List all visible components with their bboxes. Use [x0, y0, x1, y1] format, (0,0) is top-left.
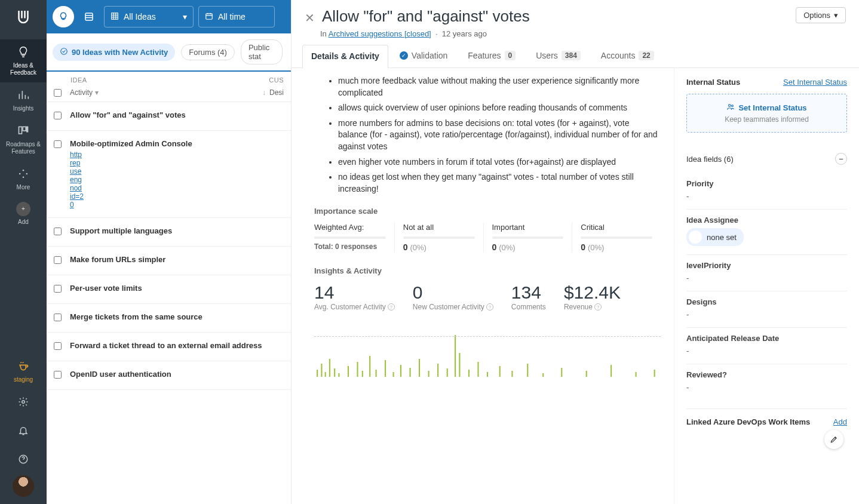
select-all-checkbox[interactable]	[54, 89, 62, 97]
options-button[interactable]: Options ▾	[796, 7, 846, 23]
view-selector[interactable]: All Ideas ▾	[104, 6, 194, 27]
sort-label[interactable]: Activity	[70, 88, 93, 97]
time-label: All time	[218, 12, 246, 21]
bullet-item: even higher vote numbers in forum if tot…	[338, 156, 661, 168]
tab-users[interactable]: Users384	[527, 44, 590, 67]
bullet-item: more numbers for admins to base decision…	[338, 118, 661, 153]
assignee-chip[interactable]: none set	[686, 228, 744, 246]
check-circle-icon	[60, 47, 68, 57]
field-block: Priority-	[686, 173, 847, 209]
help-icon	[16, 451, 31, 467]
help-icon[interactable]: ?	[594, 303, 602, 311]
idea-row[interactable]: Forward a ticket thread to an external e…	[47, 333, 291, 361]
view-lightbulb-button[interactable]	[53, 6, 74, 27]
grid-icon	[111, 12, 119, 22]
importance-cell: Important 0 (0%)	[483, 223, 572, 252]
field-block: levelPriority-	[686, 254, 847, 291]
chevron-down-icon: ▾	[183, 12, 187, 21]
collapse-icon[interactable]: −	[835, 153, 847, 165]
detail-sidebar: Internal Status Set Internal Status Set …	[674, 68, 859, 504]
field-label: Idea Assignee	[686, 216, 847, 225]
linked-items-header: Linked Azure DevOps Work Items	[686, 417, 810, 426]
close-icon[interactable]: ✕	[305, 11, 315, 25]
nav-ideas-feedback[interactable]: Ideas & Feedback	[0, 39, 47, 82]
nav-insights[interactable]: Insights	[0, 82, 47, 118]
field-block: Reviewed?-	[686, 364, 847, 400]
idea-checkbox[interactable]	[54, 314, 62, 321]
edit-fields-button[interactable]	[824, 430, 843, 449]
detail-header: ✕ Allow "for" and "against" votes Option…	[292, 0, 859, 29]
nav-label: Add	[18, 219, 29, 226]
field-block: Designs-	[686, 291, 847, 327]
importance-cell: Critical 0 (0%)	[572, 223, 661, 252]
svg-rect-9	[85, 13, 93, 20]
idea-checkbox[interactable]	[54, 140, 62, 148]
field-label: Priority	[686, 179, 847, 188]
set-status-box[interactable]: Set Internal Status Keep teammates infor…	[686, 94, 847, 133]
insights-row: 14Avg. Customer Activity? 0New Customer …	[314, 282, 661, 311]
idea-checkbox[interactable]	[54, 371, 62, 379]
svg-point-14	[732, 105, 734, 107]
tab-accounts[interactable]: Accounts22	[592, 44, 663, 67]
activity-filter-pill[interactable]: 90 Ideas with New Activity	[53, 44, 175, 61]
table-header: IDEA CUS	[47, 72, 291, 86]
idea-row[interactable]: Allow "for" and "against" votes	[47, 102, 291, 131]
bullet-item: allows quick overview of user opinions b…	[338, 102, 661, 114]
view-list-button[interactable]	[79, 7, 99, 27]
idea-row[interactable]: Per-user vote limits	[47, 275, 291, 304]
board-icon	[16, 123, 31, 139]
field-label: Anticipated Release Date	[686, 334, 847, 343]
insights-heading: Insights & Activity	[314, 266, 661, 275]
idea-checkbox[interactable]	[54, 228, 62, 235]
importance-scale: Weighted Avg: Total: 0 responses Not at …	[314, 223, 661, 252]
nav-add[interactable]: + Add	[0, 197, 47, 232]
idea-checkbox[interactable]	[54, 112, 62, 119]
fields-header[interactable]: Idea fields (6) −	[686, 145, 847, 173]
user-avatar[interactable]	[13, 475, 34, 497]
idea-checkbox[interactable]	[54, 256, 62, 264]
svg-rect-2	[27, 127, 28, 131]
ideas-list-panel: All Ideas ▾ All time 90 Ideas with New A…	[47, 0, 292, 504]
col-idea-header: IDEA	[54, 76, 269, 84]
importance-heading: Importance scale	[314, 207, 661, 216]
activity-sparkline	[314, 324, 661, 378]
forums-filter-pill[interactable]: Forums (4)	[181, 44, 235, 60]
idea-row[interactable]: OpenID user authentication	[47, 361, 291, 390]
idea-checkbox[interactable]	[54, 342, 62, 350]
nav-more[interactable]: More	[0, 161, 47, 197]
dots-icon	[16, 166, 31, 182]
time-selector[interactable]: All time	[198, 6, 275, 27]
nav-settings[interactable]	[0, 389, 47, 418]
bullet-item: no ideas get lost when they get many "ag…	[338, 171, 661, 195]
help-icon[interactable]: ?	[486, 303, 493, 311]
archive-link[interactable]: Archived suggestions [closed]	[329, 29, 431, 38]
lightbulb-icon	[16, 44, 31, 60]
importance-cell: Not at all 0 (0%)	[394, 223, 483, 252]
plus-circle-icon: +	[16, 202, 30, 216]
svg-rect-1	[23, 127, 26, 131]
nav-help[interactable]	[0, 447, 47, 475]
statuses-filter-pill[interactable]: Public stat	[241, 39, 283, 64]
detail-content: much more feedback value without making …	[292, 68, 674, 504]
idea-row[interactable]: Make forum URLs simpler	[47, 247, 291, 275]
detail-tabs: Details & Activity ✓Validation Features0…	[292, 44, 859, 68]
add-linked-item[interactable]: Add	[833, 417, 847, 426]
idea-row[interactable]: Mobile-optimized Admin Consolehttprepuse…	[47, 131, 291, 218]
set-status-link[interactable]: Set Internal Status	[783, 78, 847, 87]
idea-checkbox[interactable]	[54, 285, 62, 293]
nav-staging[interactable]: staging	[0, 354, 47, 389]
app-logo[interactable]	[11, 5, 35, 29]
idea-row[interactable]: Support multiple languages	[47, 218, 291, 247]
tab-validation[interactable]: ✓Validation	[391, 44, 456, 67]
nav-label: Ideas & Feedback	[2, 62, 44, 76]
help-icon[interactable]: ?	[388, 303, 395, 311]
nav-notifications[interactable]	[0, 418, 47, 447]
idea-link[interactable]: httprepuseengnodid=20	[70, 150, 263, 209]
detail-meta: In Archived suggestions [closed] · 12 ye…	[292, 29, 859, 44]
nav-roadmaps[interactable]: Roadmaps & Features	[0, 118, 47, 161]
field-label: levelPriority	[686, 261, 847, 270]
idea-row[interactable]: Merge tickets from the same source	[47, 304, 291, 333]
tab-details[interactable]: Details & Activity	[302, 45, 388, 68]
field-label: Designs	[686, 297, 847, 306]
tab-features[interactable]: Features0	[459, 44, 524, 67]
